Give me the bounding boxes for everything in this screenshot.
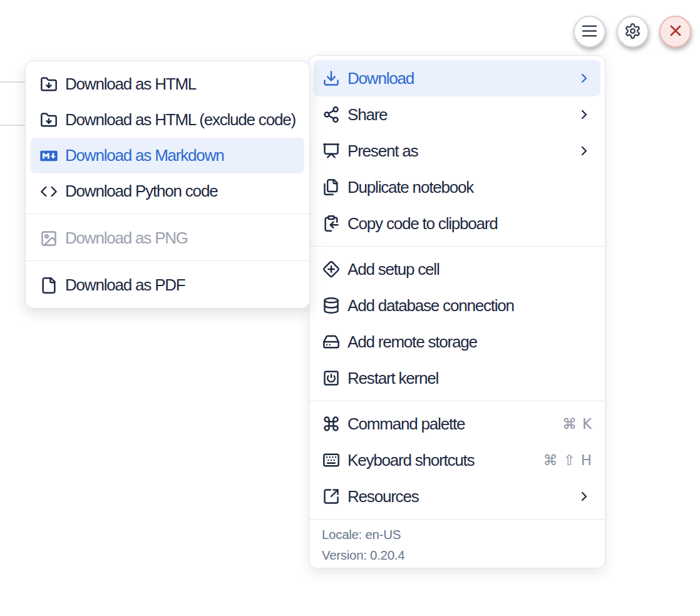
menu-item-download-as-png[interactable]: Download as PNG: [31, 220, 304, 256]
chevron-right-icon: [577, 71, 592, 86]
background-cell-border: [0, 81, 28, 83]
chevron-right-icon: [577, 143, 592, 158]
notebook-background: Download as HTML Download as HTML (exclu…: [0, 0, 700, 616]
notebook-actions-button[interactable]: [574, 16, 605, 48]
menu-separator: [309, 246, 605, 247]
code-icon: [40, 183, 58, 200]
square-power-icon: [322, 369, 340, 387]
menu-item-duplicate-notebook[interactable]: Duplicate notebook: [314, 169, 600, 205]
menu-item-download-python-code[interactable]: Download Python code: [31, 173, 304, 209]
command-key-icon: ⌘: [543, 452, 557, 468]
command-icon: [322, 415, 340, 433]
menu-item-download-as-markdown[interactable]: Download as Markdown: [31, 138, 304, 173]
keyboard-shortcut: ⌘K: [562, 416, 592, 432]
close-x-icon: [667, 22, 684, 41]
menu-footer: Locale: en-US Version: 0.20.4: [314, 524, 600, 568]
hamburger-menu-icon: [580, 21, 599, 43]
gear-icon: [624, 23, 641, 41]
chevron-right-icon: [577, 489, 592, 504]
menu-item-resources[interactable]: Resources: [314, 478, 600, 515]
menu-item-add-setup-cell[interactable]: Add setup cell: [314, 251, 600, 287]
folder-down-icon: [40, 111, 58, 129]
external-link-icon: [322, 488, 340, 505]
presentation-icon: [322, 142, 340, 160]
image-icon: [40, 230, 58, 247]
shutdown-button[interactable]: [659, 16, 691, 48]
download-icon: [322, 69, 340, 87]
command-key-icon: ⌘: [562, 416, 577, 432]
menu-separator: [26, 260, 309, 261]
menu-item-download-as-html-exclude-code[interactable]: Download as HTML (exclude code): [31, 102, 304, 138]
menu-item-present-as[interactable]: Present as: [314, 133, 600, 169]
download-submenu: Download as HTML Download as HTML (exclu…: [25, 61, 310, 309]
chevron-right-icon: [577, 107, 592, 122]
settings-button[interactable]: [617, 16, 649, 48]
menu-item-share[interactable]: Share: [314, 96, 600, 133]
background-cell-border: [0, 125, 28, 126]
menu-separator: [309, 519, 605, 520]
menu-item-add-database-connection[interactable]: Add database connection: [314, 287, 600, 324]
menu-item-download-as-pdf[interactable]: Download as PDF: [31, 267, 304, 303]
menu-item-download[interactable]: Download: [314, 60, 600, 96]
hard-drive-icon: [322, 333, 340, 351]
shift-key-icon: ⇧: [563, 452, 575, 468]
menu-item-download-as-html[interactable]: Download as HTML: [31, 66, 304, 102]
keyboard-shortcut: ⌘⇧H: [543, 452, 592, 468]
menu-item-command-palette[interactable]: Command palette ⌘K: [314, 406, 600, 442]
version-text: Version: 0.20.4: [314, 545, 600, 565]
menu-item-restart-kernel[interactable]: Restart kernel: [314, 360, 600, 396]
files-icon: [322, 178, 340, 196]
menu-item-add-remote-storage[interactable]: Add remote storage: [314, 324, 600, 360]
menu-item-copy-code-to-clipboard[interactable]: Copy code to clipboard: [314, 205, 600, 242]
keyboard-icon: [322, 451, 340, 469]
locale-text: Locale: en-US: [314, 524, 600, 545]
diamond-plus-icon: [322, 260, 340, 278]
markdown-icon: [40, 147, 58, 165]
file-icon: [40, 277, 58, 294]
clipboard-copy-icon: [322, 215, 340, 232]
menu-separator: [26, 213, 309, 214]
menu-item-keyboard-shortcuts[interactable]: Keyboard shortcuts ⌘⇧H: [314, 442, 600, 478]
notebook-actions-menu: Download Share Present as Duplicate note…: [309, 55, 605, 568]
menu-separator: [309, 401, 605, 401]
database-icon: [322, 297, 340, 314]
folder-down-icon: [40, 76, 58, 93]
share-icon: [322, 106, 340, 123]
